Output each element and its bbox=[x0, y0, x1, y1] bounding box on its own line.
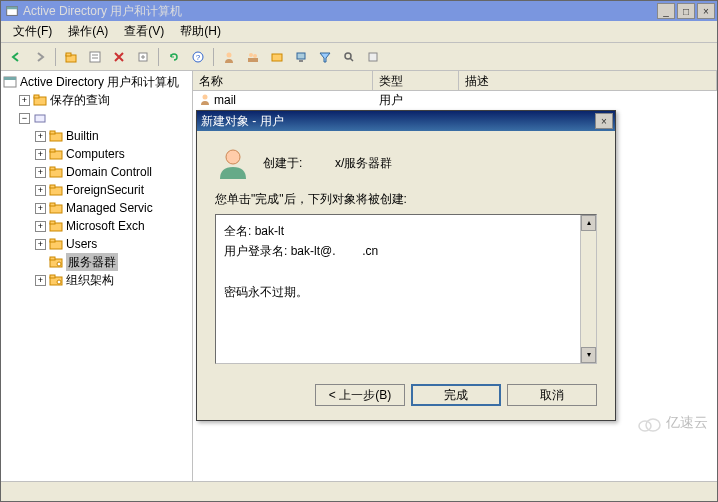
tree-view[interactable]: Active Directory 用户和计算机 + 保存的查询 − +Buil bbox=[3, 73, 190, 289]
folder-icon bbox=[49, 147, 63, 161]
cancel-button[interactable]: 取消 bbox=[507, 384, 597, 406]
tree-domain-controllers[interactable]: +Domain Controll bbox=[35, 163, 190, 181]
svg-point-10 bbox=[227, 52, 232, 57]
tree-foreign-security[interactable]: +ForeignSecurit bbox=[35, 181, 190, 199]
summary-scrollbar[interactable]: ▴▾ bbox=[580, 215, 596, 363]
tree-label: Computers bbox=[66, 145, 125, 163]
tree-org-structure[interactable]: +组织架构 bbox=[35, 271, 190, 289]
status-bar bbox=[1, 481, 717, 501]
find-button[interactable] bbox=[338, 46, 360, 68]
col-desc[interactable]: 描述 bbox=[459, 71, 717, 90]
dialog-close-button[interactable]: × bbox=[595, 113, 613, 129]
dialog-title: 新建对象 - 用户 bbox=[201, 113, 595, 130]
scroll-down-button[interactable]: ▾ bbox=[581, 347, 596, 363]
new-group-button[interactable] bbox=[242, 46, 264, 68]
tree-label: ForeignSecurit bbox=[66, 181, 144, 199]
summary-logon: bak-lt@. .cn bbox=[291, 244, 379, 258]
tree-label: 服务器群 bbox=[66, 253, 118, 271]
help-button[interactable]: ? bbox=[187, 46, 209, 68]
svg-rect-40 bbox=[50, 257, 55, 260]
tree-ms-exchange[interactable]: +Microsoft Exch bbox=[35, 217, 190, 235]
cell-name-text: mail bbox=[214, 93, 236, 107]
summary-password: 密码永不过期。 bbox=[224, 285, 308, 299]
minimize-button[interactable]: _ bbox=[657, 3, 675, 19]
tree-root[interactable]: Active Directory 用户和计算机 bbox=[3, 73, 190, 91]
menu-help[interactable]: 帮助(H) bbox=[172, 21, 229, 42]
folder-icon bbox=[49, 219, 63, 233]
tree-label: Microsoft Exch bbox=[66, 217, 145, 235]
back-button[interactable] bbox=[5, 46, 27, 68]
menu-file[interactable]: 文件(F) bbox=[5, 21, 60, 42]
delete-button[interactable] bbox=[108, 46, 130, 68]
list-row[interactable]: mail 用户 bbox=[193, 91, 717, 109]
new-ou-button[interactable] bbox=[266, 46, 288, 68]
expand-toggle[interactable]: + bbox=[35, 167, 46, 178]
dialog-instruction: 您单击"完成"后，下列对象将被创建: bbox=[215, 191, 597, 208]
menu-bar: 文件(F) 操作(A) 查看(V) 帮助(H) bbox=[1, 21, 717, 43]
tree-saved-queries[interactable]: + 保存的查询 bbox=[19, 91, 190, 109]
folder-icon bbox=[49, 129, 63, 143]
menu-action[interactable]: 操作(A) bbox=[60, 21, 116, 42]
toolbar-separator bbox=[213, 48, 214, 66]
user-icon bbox=[199, 93, 211, 108]
svg-rect-36 bbox=[50, 221, 55, 224]
svg-rect-28 bbox=[50, 149, 55, 152]
toolbar: ? bbox=[1, 43, 717, 71]
refresh-button[interactable] bbox=[163, 46, 185, 68]
tree-users[interactable]: +Users bbox=[35, 235, 190, 253]
scroll-up-button[interactable]: ▴ bbox=[581, 215, 596, 231]
back-button[interactable]: < 上一步(B) bbox=[315, 384, 405, 406]
tree-managed-service[interactable]: +Managed Servic bbox=[35, 199, 190, 217]
menu-view[interactable]: 查看(V) bbox=[116, 21, 172, 42]
close-button[interactable]: × bbox=[697, 3, 715, 19]
tree-domain-label bbox=[50, 109, 53, 127]
tree-computers[interactable]: +Computers bbox=[35, 145, 190, 163]
folder-icon bbox=[33, 93, 47, 107]
col-name[interactable]: 名称 bbox=[193, 71, 373, 90]
svg-rect-26 bbox=[50, 131, 55, 134]
summary-logon-label: 用户登录名: bbox=[224, 244, 287, 258]
svg-rect-16 bbox=[299, 60, 303, 62]
export-button[interactable] bbox=[132, 46, 154, 68]
expand-toggle[interactable]: + bbox=[35, 239, 46, 250]
filter-button[interactable] bbox=[314, 46, 336, 68]
tool-button[interactable] bbox=[362, 46, 384, 68]
expand-toggle[interactable]: + bbox=[35, 149, 46, 160]
summary-textarea[interactable]: 全名: bak-lt 用户登录名: bak-lt@. .cn 密码永不过期。▴▾ bbox=[215, 214, 597, 364]
svg-point-45 bbox=[203, 94, 208, 99]
collapse-toggle[interactable]: − bbox=[19, 113, 30, 124]
new-user-dialog: 新建对象 - 用户 × 创建于: x/服务器群 您单击"完成"后，下列对象将被创… bbox=[196, 110, 616, 421]
new-computer-button[interactable] bbox=[290, 46, 312, 68]
tree-label: 保存的查询 bbox=[50, 91, 110, 109]
dialog-title-bar[interactable]: 新建对象 - 用户 × bbox=[197, 111, 615, 131]
svg-rect-13 bbox=[248, 58, 258, 62]
svg-rect-21 bbox=[4, 77, 16, 80]
tree-domain[interactable]: − bbox=[19, 109, 190, 127]
new-user-button[interactable] bbox=[218, 46, 240, 68]
svg-rect-3 bbox=[66, 53, 71, 56]
finish-button[interactable]: 完成 bbox=[411, 384, 501, 406]
svg-point-44 bbox=[57, 280, 61, 284]
expand-toggle[interactable]: + bbox=[35, 131, 46, 142]
maximize-button[interactable]: □ bbox=[677, 3, 695, 19]
forward-button[interactable] bbox=[29, 46, 51, 68]
svg-rect-30 bbox=[50, 167, 55, 170]
list-header: 名称 类型 描述 bbox=[193, 71, 717, 91]
expand-toggle[interactable]: + bbox=[35, 203, 46, 214]
expand-toggle[interactable]: + bbox=[35, 185, 46, 196]
tree-server-group[interactable]: 服务器群 bbox=[35, 253, 190, 271]
tree-label: Users bbox=[66, 235, 97, 253]
svg-rect-43 bbox=[50, 275, 55, 278]
tree-label: 组织架构 bbox=[66, 271, 114, 289]
tree-builtin[interactable]: +Builtin bbox=[35, 127, 190, 145]
col-type[interactable]: 类型 bbox=[373, 71, 459, 90]
expand-toggle[interactable]: + bbox=[19, 95, 30, 106]
expand-toggle[interactable]: + bbox=[35, 275, 46, 286]
properties-button[interactable] bbox=[84, 46, 106, 68]
up-button[interactable] bbox=[60, 46, 82, 68]
window-title-bar: Active Directory 用户和计算机 _ □ × bbox=[1, 1, 717, 21]
expand-toggle[interactable]: + bbox=[35, 221, 46, 232]
summary-fullname: bak-lt bbox=[255, 224, 284, 238]
tree-panel: Active Directory 用户和计算机 + 保存的查询 − +Buil bbox=[1, 71, 193, 481]
svg-rect-14 bbox=[272, 54, 282, 61]
